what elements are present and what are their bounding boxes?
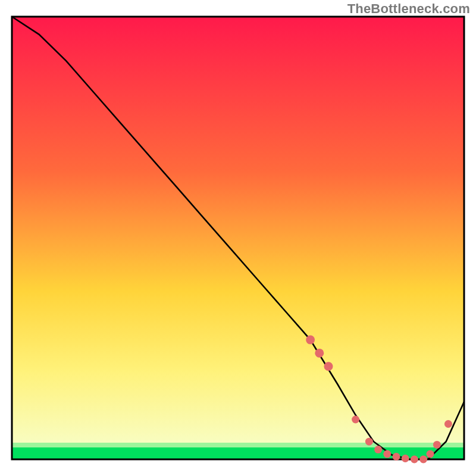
highlight-dot bbox=[444, 420, 452, 428]
highlight-dot bbox=[374, 446, 382, 453]
highlight-dot bbox=[427, 450, 434, 458]
green-band-fade bbox=[12, 443, 464, 447]
highlight-dot bbox=[324, 362, 333, 371]
highlight-dot bbox=[315, 349, 324, 358]
highlight-dot bbox=[365, 438, 373, 446]
highlight-dot bbox=[393, 453, 400, 461]
highlight-dot bbox=[383, 450, 391, 458]
plot-background bbox=[12, 17, 464, 459]
chart-svg bbox=[0, 0, 476, 476]
highlight-dot bbox=[306, 336, 315, 345]
highlight-dot bbox=[419, 456, 427, 464]
highlight-dot bbox=[352, 416, 359, 424]
highlight-dot bbox=[411, 456, 418, 464]
highlight-dot bbox=[402, 455, 409, 462]
watermark-text: TheBottleneck.com bbox=[347, 1, 470, 17]
chart-container: TheBottleneck.com bbox=[0, 0, 476, 476]
highlight-dot bbox=[433, 441, 441, 449]
